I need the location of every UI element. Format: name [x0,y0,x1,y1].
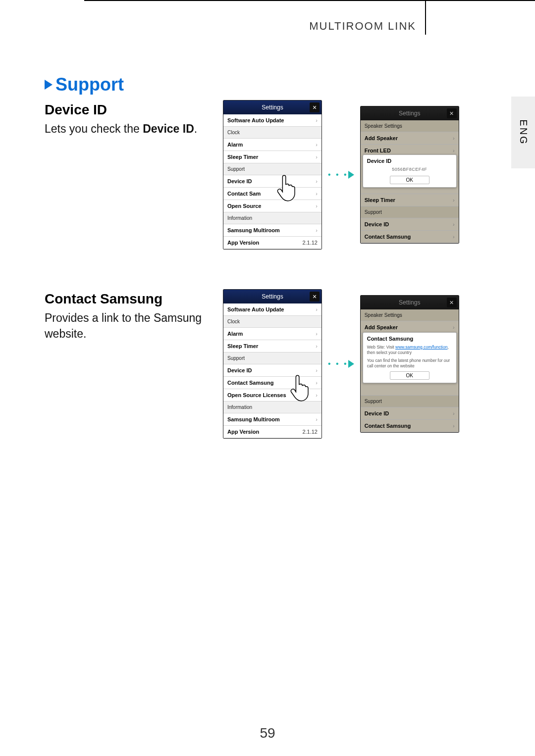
samsung-link[interactable]: www.samsung.com/function [395,345,447,350]
ok-button[interactable]: OK [390,371,429,380]
popup-title: Device ID [367,158,452,164]
list-item[interactable]: Software Auto Update› [223,303,321,316]
list-item[interactable]: Alarm› [223,139,321,151]
list-item[interactable]: Contact Sam› [223,188,321,200]
ok-button[interactable]: OK [390,176,429,184]
list-item[interactable]: Software Auto Update› [223,114,321,127]
list-item[interactable]: Samsung Multiroom› [223,224,321,237]
chevron-right-icon: › [316,392,318,398]
list-item[interactable]: Contact Samsung› [361,231,459,243]
manual-page: MULTIROOM LINK ENG Support Device ID Let… [0,0,535,756]
chevron-right-icon: › [316,343,318,349]
chevron-right-icon: › [453,221,455,227]
list-item[interactable]: Sleep Timer› [361,194,459,206]
list-item[interactable]: Open Source Licenses› [223,389,321,402]
list-item[interactable]: Samsung Multiroom› [223,413,321,426]
desc-contact-samsung: Provides a link to the Samsung website. [45,310,218,342]
chevron-right-icon: › [316,178,318,184]
list-item[interactable]: Device ID› [223,175,321,188]
chevron-right-icon: › [453,135,455,141]
section-heading-support: Support [45,74,500,95]
list-item[interactable]: Sleep Timer› [223,340,321,353]
page-number: 59 [260,725,275,741]
flow-arrow-icon: • • • [328,359,354,368]
subheading-contact-samsung: Contact Samsung [45,291,218,307]
list-item[interactable]: Device ID› [361,218,459,231]
chevron-right-icon: › [453,423,455,429]
chevron-right-icon: › [453,148,455,153]
header-title: MULTIROOM LINK [309,20,416,33]
chevron-right-icon: › [316,142,318,148]
popup-title: Contact Samsung [367,336,452,342]
chevron-right-icon: › [316,380,318,386]
chevron-right-icon: › [316,227,318,233]
list-item[interactable]: Alarm› [223,328,321,340]
chevron-right-icon: › [316,117,318,123]
language-label: ENG [518,119,529,145]
popup-text: Web Site: Visit www.samsung.com/function… [367,345,452,356]
screenshot-header: Settings × [361,106,459,120]
screenshot-header: Settings × [223,290,321,303]
chevron-right-icon: › [316,191,318,197]
list-item[interactable]: Add Speaker› [361,132,459,145]
close-icon[interactable]: × [310,102,320,112]
list-item[interactable]: Device ID› [223,364,321,377]
screenshot-header: Settings × [361,296,459,309]
language-tab: ENG [511,97,535,168]
list-category: Speaker Settings [361,120,459,132]
list-category: Clock [223,316,321,328]
flow-arrow-icon: • • • [328,170,354,179]
list-category: Support [223,353,321,364]
close-icon[interactable]: × [447,298,457,307]
block-contact-samsung: Contact Samsung Provides a link to the S… [45,289,500,439]
device-id-value: 5056BF8CEF4F [367,167,452,172]
list-category: Support [361,206,459,218]
device-id-popup: Device ID 5056BF8CEF4F OK [363,154,457,188]
chevron-right-icon: › [316,203,318,209]
chevron-right-icon: › [453,324,455,330]
play-arrow-icon [45,80,53,90]
close-icon[interactable]: × [310,292,320,302]
block-device-id: Device ID Lets you check the Device ID. … [45,100,500,250]
list-item: App Version2.1.12 [223,426,321,438]
list-category: Clock [223,127,321,139]
chevron-right-icon: › [316,306,318,312]
chevron-right-icon: › [316,367,318,373]
header-divider [425,0,426,35]
desc-device-id: Lets you check the Device ID. [45,121,218,137]
list-item [361,383,459,396]
list-item[interactable]: Open Source› [223,200,321,212]
screenshot-header: Settings × [223,101,321,114]
list-item[interactable]: Contact Samsung› [223,377,321,389]
list-category: Information [223,402,321,413]
list-item[interactable]: Device ID› [361,407,459,420]
chevron-right-icon: › [453,234,455,240]
chevron-right-icon: › [316,154,318,160]
screenshot-settings-3: Settings × Software Auto Update› Clock A… [223,289,322,439]
list-category: Support [223,163,321,175]
close-icon[interactable]: × [447,108,457,118]
popup-text: You can find the latest phone number for… [367,358,452,369]
chevron-right-icon: › [316,331,318,337]
list-item[interactable]: Sleep Timer› [223,151,321,163]
list-category: Support [361,396,459,407]
screenshot-settings-1: Settings × Software Auto Update› Clock A… [223,100,322,250]
contact-samsung-popup: Contact Samsung Web Site: Visit www.sams… [363,332,457,383]
header-rule [84,0,535,1]
list-item[interactable]: Contact Samsung› [361,420,459,432]
list-category: Information [223,212,321,224]
chevron-right-icon: › [453,197,455,203]
chevron-right-icon: › [453,410,455,416]
list-item: App Version2.1.12 [223,237,321,249]
list-category: Speaker Settings [361,309,459,321]
subheading-device-id: Device ID [45,102,218,118]
chevron-right-icon: › [316,416,318,422]
